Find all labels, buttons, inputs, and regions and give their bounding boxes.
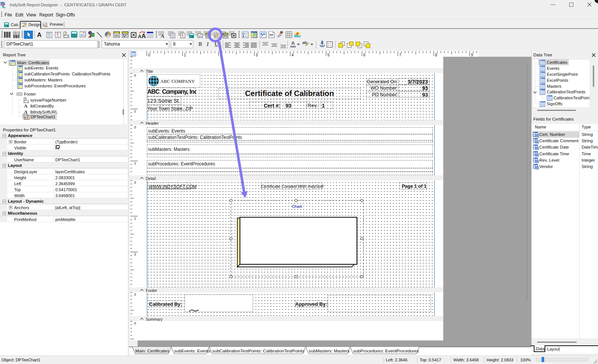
svg-text:A: A xyxy=(161,33,164,38)
svg-text:4: 4 xyxy=(292,53,294,57)
svg-text:A: A xyxy=(181,34,184,37)
svg-text:0: 0 xyxy=(134,74,136,77)
svg-text:0: 0 xyxy=(134,125,136,129)
svg-text:0: 0 xyxy=(134,321,136,325)
svg-text:2: 2 xyxy=(134,252,136,256)
svg-text:0: 0 xyxy=(148,53,150,57)
svg-text:2: 2 xyxy=(67,35,68,38)
svg-text:0: 0 xyxy=(134,293,136,296)
svg-text:9: 9 xyxy=(471,53,473,57)
svg-text:3: 3 xyxy=(256,53,258,57)
svg-text:1: 1 xyxy=(134,161,136,165)
svg-text:1: 1 xyxy=(134,109,136,113)
svg-text:A: A xyxy=(56,32,59,36)
svg-text:1: 1 xyxy=(134,217,136,220)
svg-text:5: 5 xyxy=(327,53,330,57)
svg-text:7: 7 xyxy=(399,53,401,57)
svg-text:0: 0 xyxy=(134,181,136,184)
svg-text:1: 1 xyxy=(64,35,66,38)
svg-text:1: 1 xyxy=(184,53,186,57)
svg-text:2: 2 xyxy=(220,53,222,57)
svg-text:6: 6 xyxy=(363,53,366,57)
svg-text:8: 8 xyxy=(435,53,437,57)
